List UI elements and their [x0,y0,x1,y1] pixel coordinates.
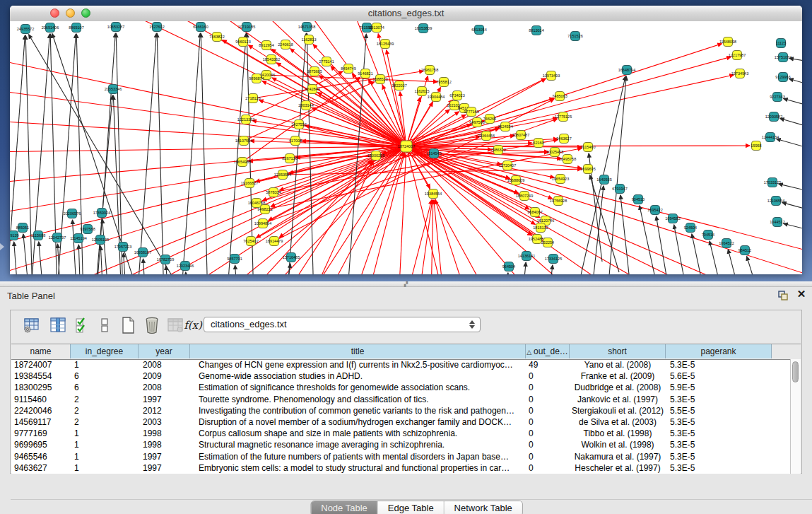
cell-out_degree[interactable]: 0 [526,439,570,450]
graph-node[interactable]: 9397588 [80,225,95,234]
cell-in_degree[interactable]: 1 [71,451,139,462]
black-edge[interactable] [505,273,508,274]
cell-out_degree[interactable]: 49 [526,359,570,370]
black-edge[interactable] [235,265,237,274]
black-edge[interactable] [710,241,724,274]
tab-network-table[interactable]: Network Table [445,501,522,514]
graph-node[interactable]: 9227343 [770,93,784,102]
red-edge[interactable] [406,75,734,146]
graph-node[interactable]: 794514 [702,230,714,240]
delete-table-button[interactable] [142,315,162,335]
graph-node[interactable]: 9146821 [358,69,372,78]
graph-node[interactable]: 12444134 [762,133,779,142]
cell-out_degree[interactable]: 0 [526,451,570,462]
graph-node[interactable]: 39139 [10,231,19,240]
cell-year[interactable]: 1997 [139,451,190,462]
cell-pagerank[interactable]: 5.3E-5 [666,359,772,370]
cell-short[interactable]: Dudbridge et al. (2008) [570,382,666,393]
cell-pagerank[interactable]: 5.3E-5 [666,394,772,405]
select-all-button[interactable] [73,315,93,335]
cell-name[interactable]: 19384554 [11,370,71,382]
graph-node[interactable]: 9660123 [235,37,250,47]
black-edge[interactable] [657,216,671,274]
black-edge[interactable] [102,219,109,274]
cell-year[interactable]: 2008 [139,382,190,393]
graph-node[interactable]: 12923446 [177,262,194,271]
float-panel-icon[interactable] [777,290,789,301]
cell-name[interactable]: 9463627 [11,462,71,474]
cell-pagerank[interactable]: 5.5E-5 [666,405,772,416]
graph-node[interactable]: 6791947 [612,185,627,194]
black-edge[interactable] [640,206,660,274]
cell-title[interactable]: Tourette syndrome. Phenomenology and cla… [190,394,526,405]
graph-node[interactable]: 14136141 [518,252,535,261]
red-edge[interactable] [418,200,433,274]
table-row[interactable]: 1830029562008Estimation of significance … [11,382,791,393]
black-edge[interactable] [100,246,103,274]
graph-node[interactable]: 8912954 [259,41,273,50]
cell-year[interactable]: 1998 [139,439,190,450]
clear-selection-button[interactable] [95,315,114,335]
graph-node[interactable]: 3875685 [307,67,322,76]
graph-node[interactable]: 1162813 [301,35,316,45]
tab-node-table[interactable]: Node Table [311,501,378,514]
cell-short[interactable]: de Silva et al. (2003) [570,416,666,428]
table-settings-button[interactable] [22,315,42,335]
network-graph[interactable]: 1872400718300295193845542493557220691406… [10,21,802,274]
column-header-name[interactable]: name [11,344,71,358]
graph-node[interactable]: 19756928 [550,197,567,206]
red-edge[interactable] [431,200,433,274]
cell-short[interactable]: Franke et al. (2009) [570,370,666,382]
black-edge[interactable] [39,242,44,274]
graph-node[interactable]: 20691406 [42,23,59,33]
cell-name[interactable]: 9115460 [11,394,71,405]
graph-node[interactable]: 7955812 [436,78,451,87]
cell-out_degree[interactable]: 0 [526,382,570,393]
graph-node[interactable]: 7485063 [552,92,567,101]
table-row[interactable]: 969969511998Structural magnetic resonanc… [11,439,791,450]
graph-node[interactable]: 19654923 [552,175,569,184]
new-table-button[interactable] [118,315,138,335]
cell-out_degree[interactable]: 0 [526,394,570,405]
cell-title[interactable]: Structural magnetic resonance image aver… [190,439,526,450]
graph-node[interactable]: 12042737 [49,233,66,243]
function-builder-button[interactable]: f(x) [182,315,204,335]
cell-short[interactable]: Nakamura et al. (1997) [570,451,666,462]
red-edge[interactable] [406,110,449,146]
black-edge[interactable] [23,234,30,274]
tab-edge-table[interactable]: Edge Table [378,501,445,514]
graph-node[interactable]: 8813014 [529,26,543,35]
graph-node[interactable]: 7463822 [209,33,224,42]
table-row[interactable]: 1938455462009Genome-wide association stu… [11,370,791,382]
table-row[interactable]: 1456911722003Disruption of a novel membe… [11,416,791,428]
table-row[interactable]: 1872400712008Changes of HCN gene express… [11,359,791,370]
red-edge[interactable] [406,146,802,255]
graph-node[interactable]: 746266 [483,115,496,124]
graph-node[interactable]: 904513 [632,195,645,204]
black-edge[interactable] [728,250,741,274]
column-header-out_degree[interactable]: △out_de… [526,344,570,358]
black-edge[interactable] [14,242,18,274]
cell-title[interactable]: Changes of HCN gene expression and I(f) … [190,359,526,370]
cell-title[interactable]: Investigating the contribution of common… [190,405,526,416]
graph-node[interactable]: 1588520 [372,75,387,84]
graph-node[interactable]: 16053809 [415,24,432,33]
graph-node[interactable]: 6813054 [471,25,486,35]
graph-node[interactable]: 8869107 [69,23,83,33]
graph-node[interactable]: 5878334 [266,188,281,197]
cell-out_degree[interactable]: 0 [526,428,570,439]
table-body[interactable]: 1872400712008Changes of HCN gene express… [11,359,791,474]
graph-node[interactable]: 12093582 [765,112,782,122]
cell-year[interactable]: 1997 [139,394,190,405]
cell-in_degree[interactable]: 2 [71,405,139,416]
black-edge[interactable] [620,195,632,274]
cell-pagerank[interactable]: 5.6E-5 [666,370,772,382]
red-edge[interactable] [406,200,432,274]
cell-pagerank[interactable]: 5.9E-5 [666,382,772,393]
cell-out_degree[interactable]: 0 [526,370,570,382]
cell-name[interactable]: 9465546 [11,451,71,462]
graph-node[interactable]: 17957223 [114,243,131,252]
graph-node[interactable]: 7151526 [567,32,582,41]
cell-short[interactable]: Yano et al. (2008) [570,359,666,370]
column-header-year[interactable]: year [139,344,190,358]
